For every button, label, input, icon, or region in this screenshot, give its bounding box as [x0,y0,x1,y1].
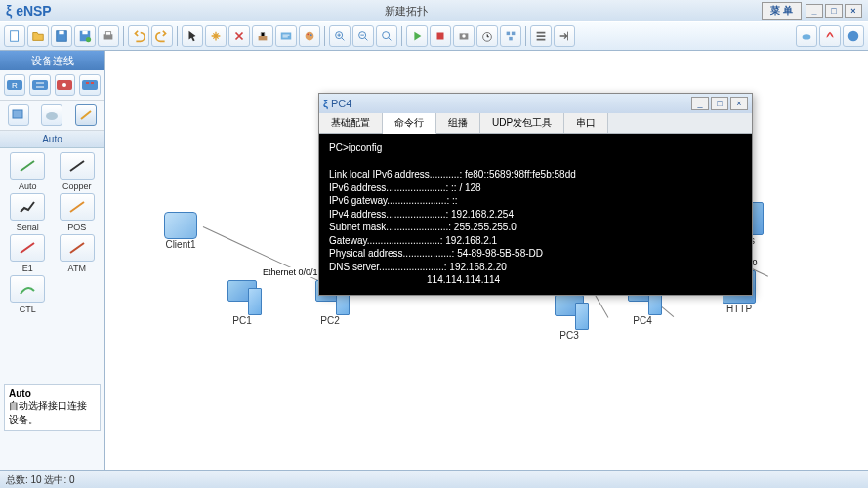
tab-multicast[interactable]: 组播 [436,113,480,133]
zoomfit-icon[interactable] [376,25,397,47]
svg-point-23 [803,34,811,39]
svg-text:R: R [12,81,18,90]
terminal-titlebar[interactable]: ξ PC4 _ □ × [319,94,752,113]
capture-icon[interactable] [453,25,475,47]
svg-rect-0 [11,31,19,42]
status-bar: 总数: 10 选中: 0 [0,470,868,488]
pan-icon[interactable] [205,25,227,47]
zoomout-icon[interactable] [352,25,374,47]
tab-serial[interactable]: 串口 [564,113,608,133]
svg-rect-27 [32,80,48,90]
switch-category-icon[interactable] [29,74,51,96]
link-category-icon[interactable] [75,104,97,126]
svg-point-10 [306,32,314,41]
svg-point-24 [848,31,859,42]
save-icon[interactable] [51,25,72,47]
term-minimize-button[interactable]: _ [691,97,709,110]
device-sidebar: 设备连线 R Auto Auto Copper Serial POS E1 AT… [0,51,105,470]
link-serial[interactable] [10,193,45,221]
link-copper[interactable] [60,152,95,180]
close-button[interactable]: × [845,4,862,18]
huawei-icon[interactable] [819,25,841,47]
node-pc3[interactable]: PC3 [550,295,589,341]
sidebar-header: 设备连线 [0,51,104,70]
node-pc1[interactable]: PC1 [223,280,262,326]
app-logo: ξ eNSP [6,3,52,19]
svg-point-15 [383,32,390,39]
terminal-title: PC4 [331,98,351,109]
cloud-icon[interactable] [796,25,817,47]
delete-icon[interactable] [228,25,250,47]
print-icon[interactable] [98,25,119,47]
undo-icon[interactable] [128,25,149,47]
menu-button[interactable]: 菜 单 [762,2,802,20]
terminal-window[interactable]: ξ PC4 _ □ × 基础配置 命令行 组播 UDP发包工具 串口 PC>ip… [318,93,753,296]
tab-udp[interactable]: UDP发包工具 [480,113,564,133]
maximize-button[interactable]: □ [825,4,843,18]
minimize-button[interactable]: _ [806,4,823,18]
palette-icon[interactable] [299,25,320,47]
link-ctl[interactable] [10,275,45,303]
svg-rect-33 [13,110,22,118]
term-maximize-button[interactable]: □ [711,97,728,110]
svg-rect-2 [59,31,63,35]
stop-icon[interactable] [430,25,451,47]
terminal-output[interactable]: PC>ipconfig Link local IPv6 address.....… [319,134,752,295]
svg-rect-8 [259,36,268,40]
topology-canvas[interactable]: Client1 PC1 Ethernet 0/0/1 PC2 Ethernet … [105,51,868,470]
svg-rect-20 [507,32,511,36]
link-type-header: Auto [0,131,104,148]
sidebar-info-box: Auto 自动选择接口连接设备。 [4,384,101,431]
svg-rect-32 [91,82,94,84]
svg-point-5 [86,37,91,42]
svg-point-12 [310,34,312,36]
document-title: 新建拓扑 [52,4,763,19]
svg-point-18 [462,34,466,38]
term-close-button[interactable]: × [730,97,748,110]
firewall-category-icon[interactable] [79,74,101,96]
svg-point-11 [307,33,309,35]
svg-point-29 [62,83,66,87]
export-icon[interactable] [554,25,575,47]
cleanup-icon[interactable] [252,25,273,47]
status-text: 总数: 10 选中: 0 [6,473,75,487]
help-icon[interactable] [843,25,864,47]
redo-icon[interactable] [151,25,173,47]
wlan-category-icon[interactable] [55,74,76,96]
port-pc1: Ethernet 0/0/1 [262,267,319,277]
link-auto[interactable] [10,152,45,180]
pc-category-icon[interactable] [8,104,29,126]
pointer-icon[interactable] [182,25,203,47]
link-atm[interactable] [60,234,95,262]
tab-cli[interactable]: 命令行 [383,113,436,134]
router-category-icon[interactable]: R [4,74,25,96]
link-e1[interactable] [10,234,45,262]
app-titlebar: ξ eNSP 新建拓扑 菜 单 _ □ × [0,0,868,21]
tab-basic[interactable]: 基础配置 [319,113,383,133]
cloud-category-icon[interactable] [41,104,62,126]
info-title: Auto [9,388,31,399]
svg-rect-31 [86,82,89,84]
terminal-tabs: 基础配置 命令行 组播 UDP发包工具 串口 [319,113,752,134]
new-icon[interactable] [4,25,25,47]
main-toolbar [0,21,868,51]
open-icon[interactable] [27,25,49,47]
list-icon[interactable] [530,25,552,47]
link-pos[interactable] [60,193,95,221]
timer-icon[interactable] [476,25,498,47]
saveas-icon[interactable] [74,25,96,47]
svg-rect-30 [82,80,98,90]
link-type-grid: Auto Copper Serial POS E1 ATM CTL [0,148,104,318]
text-icon[interactable] [275,25,297,47]
layout-icon[interactable] [500,25,521,47]
svg-rect-7 [105,32,110,36]
node-client1[interactable]: Client1 [164,212,197,250]
info-desc: 自动选择接口连接设备。 [9,400,87,425]
svg-rect-9 [281,33,292,40]
svg-rect-16 [437,33,444,40]
svg-rect-22 [509,37,513,41]
svg-point-34 [46,112,58,120]
svg-rect-21 [512,32,516,36]
zoomin-icon[interactable] [329,25,351,47]
start-icon[interactable] [406,25,428,47]
